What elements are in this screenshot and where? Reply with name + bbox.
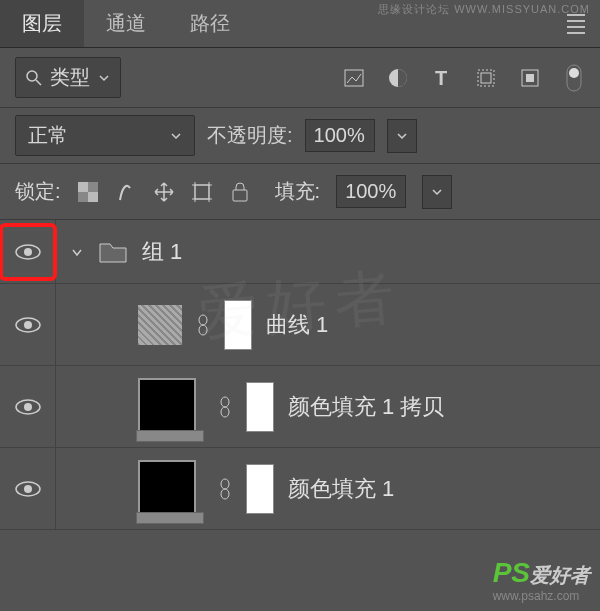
- fill-value[interactable]: 100%: [336, 175, 406, 208]
- eye-icon: [15, 480, 41, 498]
- visibility-toggle[interactable]: [0, 448, 56, 529]
- visibility-toggle[interactable]: [0, 284, 56, 365]
- lock-transparent-icon[interactable]: [77, 181, 99, 203]
- tab-channels[interactable]: 通道: [84, 0, 168, 47]
- visibility-toggle[interactable]: [0, 220, 56, 283]
- lock-row: 锁定: 填充: 100%: [0, 164, 600, 220]
- blend-row: 正常 不透明度: 100%: [0, 108, 600, 164]
- opacity-value[interactable]: 100%: [305, 119, 375, 152]
- svg-rect-14: [195, 185, 209, 199]
- filter-type-icon[interactable]: T: [431, 67, 453, 89]
- svg-rect-6: [481, 73, 491, 83]
- svg-point-33: [221, 489, 229, 499]
- svg-rect-13: [88, 192, 98, 202]
- mask-thumbnail[interactable]: [224, 300, 252, 350]
- svg-point-25: [199, 325, 207, 335]
- opacity-flyout[interactable]: [387, 119, 417, 153]
- link-icon[interactable]: [196, 314, 210, 336]
- filter-adjustment-icon[interactable]: [387, 67, 409, 89]
- layer-fill-copy-row[interactable]: 颜色填充 1 拷贝: [0, 366, 600, 448]
- svg-point-21: [24, 248, 32, 256]
- filter-type-dropdown[interactable]: 类型: [15, 57, 121, 98]
- svg-rect-19: [233, 190, 247, 201]
- folder-icon: [98, 240, 128, 264]
- eye-icon: [15, 243, 41, 261]
- visibility-toggle[interactable]: [0, 366, 56, 447]
- svg-point-32: [221, 479, 229, 489]
- filter-shape-icon[interactable]: [475, 67, 497, 89]
- watermark-top: 思缘设计论坛 WWW.MISSYUAN.COM: [378, 2, 590, 17]
- layer-name: 颜色填充 1 拷贝: [288, 392, 444, 422]
- svg-point-29: [221, 407, 229, 417]
- svg-rect-2: [345, 70, 363, 86]
- filter-pixel-icon[interactable]: [343, 67, 365, 89]
- filter-toggle-icon[interactable]: [563, 67, 585, 89]
- lock-label: 锁定:: [15, 178, 61, 205]
- layer-group-row[interactable]: 组 1: [0, 220, 600, 284]
- filter-smart-icon[interactable]: [519, 67, 541, 89]
- svg-point-28: [221, 397, 229, 407]
- layer-name: 曲线 1: [266, 310, 328, 340]
- solid-thumbnail[interactable]: [138, 378, 196, 436]
- tab-paths[interactable]: 路径: [168, 0, 252, 47]
- chevron-down-icon: [98, 72, 110, 84]
- filter-row: 类型 T: [0, 48, 600, 108]
- svg-text:T: T: [435, 68, 447, 88]
- fill-flyout[interactable]: [422, 175, 452, 209]
- lock-position-icon[interactable]: [153, 181, 175, 203]
- svg-point-24: [199, 315, 207, 325]
- svg-rect-5: [478, 70, 494, 86]
- mask-thumbnail[interactable]: [246, 382, 274, 432]
- mask-thumbnail[interactable]: [246, 464, 274, 514]
- svg-point-0: [27, 71, 37, 81]
- chevron-down-icon: [170, 130, 182, 142]
- filter-type-label: 类型: [50, 64, 90, 91]
- svg-point-31: [24, 485, 32, 493]
- lock-all-icon[interactable]: [229, 181, 251, 203]
- opacity-label: 不透明度:: [207, 122, 293, 149]
- tab-layers[interactable]: 图层: [0, 0, 84, 47]
- link-icon[interactable]: [218, 396, 232, 418]
- eye-icon: [15, 316, 41, 334]
- svg-point-23: [24, 321, 32, 329]
- search-icon: [26, 70, 42, 86]
- lock-artboard-icon[interactable]: [191, 181, 213, 203]
- blend-mode-dropdown[interactable]: 正常: [15, 115, 195, 156]
- fill-label: 填充:: [275, 178, 321, 205]
- svg-line-1: [36, 80, 41, 85]
- chevron-down-icon[interactable]: [70, 245, 84, 259]
- watermark-bottom: PS爱好者 www.psahz.com: [493, 557, 590, 603]
- svg-rect-12: [78, 182, 88, 192]
- svg-rect-8: [526, 74, 534, 82]
- curves-thumbnail[interactable]: [138, 305, 182, 345]
- link-icon[interactable]: [218, 478, 232, 500]
- blend-mode-value: 正常: [28, 122, 68, 149]
- svg-point-10: [569, 68, 579, 78]
- layer-fill-row[interactable]: 颜色填充 1: [0, 448, 600, 530]
- layer-name: 组 1: [142, 237, 182, 267]
- layer-name: 颜色填充 1: [288, 474, 394, 504]
- svg-point-27: [24, 403, 32, 411]
- lock-image-icon[interactable]: [115, 181, 137, 203]
- layer-curves-row[interactable]: 曲线 1: [0, 284, 600, 366]
- eye-icon: [15, 398, 41, 416]
- layers-list: 组 1 曲线 1 颜色填充 1 拷贝: [0, 220, 600, 530]
- solid-thumbnail[interactable]: [138, 460, 196, 518]
